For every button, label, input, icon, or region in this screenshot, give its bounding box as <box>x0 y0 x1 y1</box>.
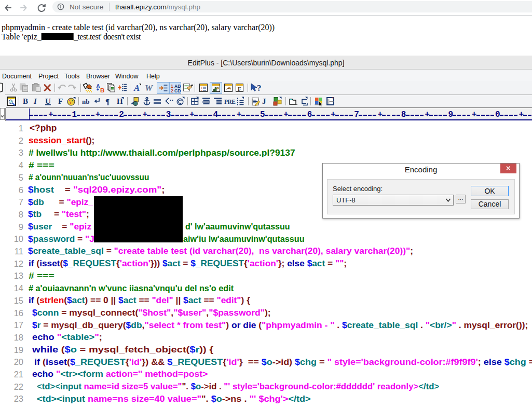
svg-text:B: B <box>23 97 28 105</box>
svg-text:W: W <box>145 83 154 93</box>
svg-text:F: F <box>238 86 241 92</box>
svg-text:F: F <box>58 97 63 105</box>
svg-text:A: A <box>133 83 140 93</box>
svg-text:I: I <box>33 97 37 105</box>
svg-text:J: J <box>262 97 266 105</box>
svg-text:PRE: PRE <box>224 99 236 105</box>
svg-text:¶: ¶ <box>105 98 110 106</box>
svg-text:?: ? <box>257 83 262 93</box>
svg-text:2: 2 <box>171 88 173 93</box>
svg-text:B: B <box>100 87 104 93</box>
svg-text:CD: CD <box>174 88 181 93</box>
svg-text:H: H <box>117 97 123 105</box>
svg-text:U: U <box>45 97 51 105</box>
svg-text:nb: nb <box>82 98 89 105</box>
